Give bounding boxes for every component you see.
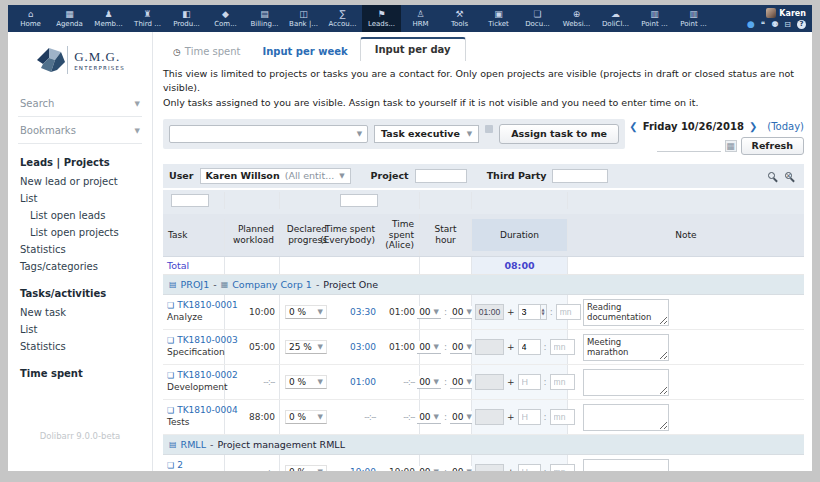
print-icon[interactable]: ⊟: [784, 20, 791, 29]
menu-item-hrm[interactable]: ♙HRM: [401, 5, 440, 32]
user-select[interactable]: Karen Willson (All entit... ▼: [200, 168, 351, 184]
menu-item-website[interactable]: ⊕Websi...: [557, 5, 596, 32]
previous-day-icon[interactable]: ❮: [629, 121, 637, 132]
sidebar-search-toggle[interactable]: Search▼: [18, 90, 142, 117]
timespent-search-input[interactable]: [340, 194, 378, 207]
sidebar-section-time-spent[interactable]: Time spent: [20, 368, 140, 379]
sidebar-item-new-lead-or-project[interactable]: New lead or project: [20, 173, 140, 190]
sidebar-bookmarks-toggle[interactable]: Bookmarks▼: [18, 117, 142, 144]
tab-input-per-week[interactable]: Input per week: [250, 42, 359, 61]
progress-select[interactable]: 0 %▼: [285, 410, 327, 424]
menu-item-members[interactable]: ♟Memb...: [89, 5, 128, 32]
start-hour-select[interactable]: 00▼: [417, 306, 441, 319]
task-combobox[interactable]: ▼: [169, 125, 368, 143]
menu-item-tools[interactable]: ⚒Tools: [440, 5, 479, 32]
menu-item-home[interactable]: ⌂Home: [11, 5, 50, 32]
duration-already-input[interactable]: [475, 339, 504, 355]
menu-item-pos[interactable]: ▥Point ...: [635, 5, 674, 32]
duration-hours-input[interactable]: [518, 374, 541, 390]
menu-item-billing[interactable]: ▤Billing...: [245, 5, 284, 32]
bug-icon[interactable]: ⚉: [771, 20, 778, 29]
duration-already-input[interactable]: [475, 464, 504, 471]
next-day-icon[interactable]: ❯: [749, 121, 757, 132]
duration-hours-input[interactable]: [518, 339, 541, 355]
menu-item-products[interactable]: ◧Produ...: [167, 5, 206, 32]
task-icon: ❏: [167, 461, 174, 471]
project-ref-link[interactable]: RMLL: [181, 439, 206, 450]
progress-select[interactable]: 25 %▼: [285, 340, 327, 354]
thirdparty-filter-input[interactable]: [552, 169, 608, 183]
assign-task-to-me-button[interactable]: Assign task to me: [499, 124, 619, 144]
tab-input-per-day[interactable]: Input per day: [360, 37, 466, 61]
progress-select[interactable]: 0 %▼: [285, 375, 327, 389]
note-textarea[interactable]: [583, 404, 669, 431]
sidebar-item-task-statistics[interactable]: Statistics: [20, 338, 140, 355]
task-ref-link[interactable]: 2: [177, 460, 183, 471]
sidebar-item-new-task[interactable]: New task: [20, 304, 140, 321]
role-select[interactable]: Task executive ▼: [374, 125, 479, 143]
progress-select[interactable]: 0 %▼: [285, 465, 327, 471]
sidebar-item-list-open-leads[interactable]: List open leads: [20, 207, 140, 224]
menu-item-agenda[interactable]: ▦Agenda: [50, 5, 89, 32]
menu-item-accountancy[interactable]: ∑Accou...: [323, 5, 362, 32]
time-spent-everybody-link[interactable]: 03:30: [350, 307, 376, 317]
chat-icon[interactable]: ❝: [761, 20, 765, 29]
task-search-input[interactable]: [171, 194, 209, 207]
time-spent-everybody-link[interactable]: 03:00: [350, 342, 376, 352]
start-minute-select[interactable]: 00▼: [450, 411, 474, 424]
calendar-icon[interactable]: ▦: [725, 140, 737, 152]
start-minute-select[interactable]: 00▼: [450, 466, 474, 471]
chevron-down-icon: ▼: [434, 468, 439, 471]
duration-already-input[interactable]: [475, 304, 504, 320]
time-spent-everybody-link[interactable]: 01:00: [350, 377, 376, 387]
chevron-down-icon: ▼: [434, 308, 439, 316]
clear-search-icon[interactable]: [785, 172, 792, 179]
start-hour-select[interactable]: 00▼: [417, 466, 441, 471]
note-textarea[interactable]: Reading documentation: [583, 299, 669, 326]
note-textarea[interactable]: [583, 369, 669, 396]
start-minute-select[interactable]: 00▼: [450, 376, 474, 389]
user-menu[interactable]: Karen: [766, 8, 806, 18]
sidebar-item-statistics[interactable]: Statistics: [20, 241, 140, 258]
date-input[interactable]: [657, 139, 721, 152]
note-textarea[interactable]: Meeting marathon: [583, 334, 669, 361]
start-hour-select[interactable]: 00▼: [417, 411, 441, 424]
menu-item-pos2[interactable]: ▥Point ...: [674, 5, 713, 32]
menu-item-bank[interactable]: ◫Bank |...: [284, 5, 323, 32]
start-minute-select[interactable]: 00▼: [450, 306, 474, 319]
refresh-button[interactable]: Refresh: [741, 137, 804, 155]
menu-item-third-parties[interactable]: ♜Third ...: [128, 5, 167, 32]
search-icon[interactable]: [768, 172, 775, 179]
start-hour-select[interactable]: 00▼: [417, 376, 441, 389]
duration-hours-input[interactable]: [518, 409, 541, 425]
project-filter-input[interactable]: [415, 169, 467, 183]
duration-hours-input[interactable]: [518, 304, 541, 320]
company-link[interactable]: Company Corp 1: [232, 279, 312, 290]
sidebar-item-list-open-projects[interactable]: List open projects: [20, 224, 140, 241]
menu-item-commerce[interactable]: ◆Com...: [206, 5, 245, 32]
page-notice: This view is limited to projects or task…: [163, 67, 804, 110]
project-ref-link[interactable]: PROJ1: [181, 279, 210, 290]
header-time-spent-everybody: Time spent (Everybody): [332, 219, 380, 251]
menu-item-documents[interactable]: ❏Docu...: [518, 5, 557, 32]
number-spinner-icon[interactable]: ▲▼: [541, 304, 547, 320]
sidebar-item-task-list[interactable]: List: [20, 321, 140, 338]
column-filter-row: [163, 188, 804, 214]
menu-item-ticket[interactable]: ▣Ticket: [479, 5, 518, 32]
menu-item-dolicloud[interactable]: ☁DoliCl...: [596, 5, 635, 32]
sidebar-item-tags-categories[interactable]: Tags/categories: [20, 258, 140, 275]
duration-already-input[interactable]: [475, 409, 504, 425]
progress-select[interactable]: 0 %▼: [285, 305, 327, 319]
start-minute-select[interactable]: 00▼: [450, 341, 474, 354]
sidebar-item-list[interactable]: List: [20, 190, 140, 207]
start-hour-select[interactable]: 00▼: [417, 341, 441, 354]
time-spent-everybody-link[interactable]: 19:00: [350, 467, 376, 471]
pos2-icon: ▥: [689, 10, 698, 19]
notification-dot-icon[interactable]: ●: [747, 20, 755, 29]
help-icon[interactable]: ?: [797, 20, 806, 29]
note-textarea[interactable]: [583, 459, 669, 471]
today-link[interactable]: (Today): [767, 121, 804, 132]
duration-hours-input[interactable]: [518, 464, 541, 471]
duration-already-input[interactable]: [475, 374, 504, 390]
menu-item-leads-projects[interactable]: ⚑Leads...: [362, 5, 401, 32]
